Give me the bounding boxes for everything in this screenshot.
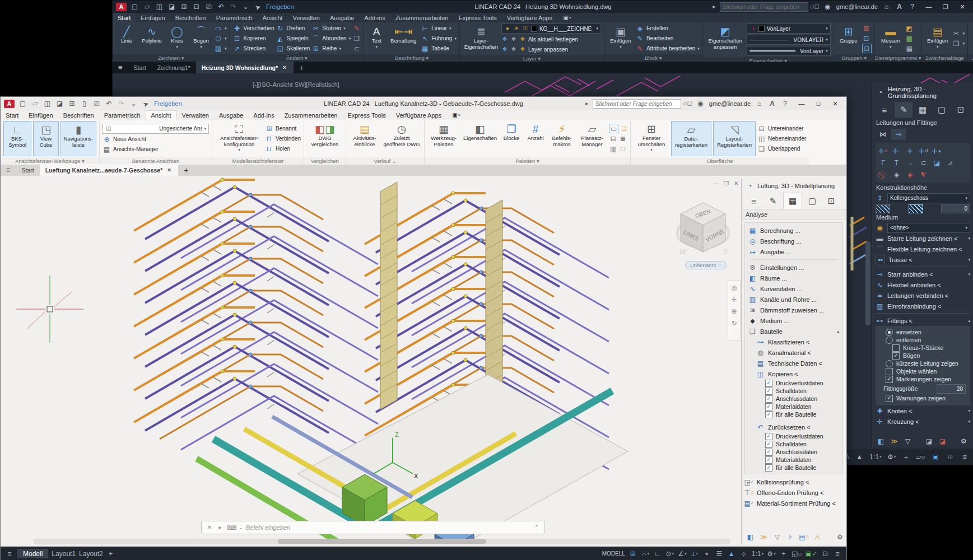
item-raeume[interactable]: ◧Räume ... <box>745 273 842 283</box>
array-tool[interactable]: ⊞Reihe▾ <box>311 44 351 53</box>
bg-tab-apps[interactable]: Verfügbare Apps <box>502 13 557 22</box>
bg-group-label-layer[interactable]: Layer ▾ <box>460 55 604 62</box>
pipe-junction-icon[interactable]: ⊦ <box>786 533 795 541</box>
recent-dwg-button[interactable]: ◷Zuletzt geöffnete DWG <box>382 121 421 156</box>
fitting-swap-icon[interactable]: ✛↺ <box>919 147 928 155</box>
osnap-toggle-icon[interactable]: ⟂▾ <box>690 549 699 558</box>
cb-schall-2[interactable]: ✓Schalldaten <box>745 440 842 448</box>
medium-combo[interactable]: <ohne>▾ <box>887 223 970 233</box>
search-expand-icon[interactable]: ▸ <box>711 3 718 10</box>
bg-user-email[interactable]: gme@linear.de <box>836 3 878 10</box>
line-tool[interactable]: ╱Linie <box>115 24 138 53</box>
panel-toggle-icon[interactable]: ◧ <box>746 533 755 541</box>
item-klassifizieren[interactable]: ⊶Klassifizieren < <box>745 337 842 347</box>
polyline-tool[interactable]: ∿Polylinie <box>139 24 164 53</box>
quick-select-icon[interactable]: ◩ <box>905 24 914 33</box>
fg-close-button[interactable]: ✕ <box>827 99 843 109</box>
fg-tab-verwalten[interactable]: Verwalten <box>177 110 214 120</box>
hatch-lower-icon[interactable] <box>876 204 890 213</box>
ref-manager-icon[interactable]: ⊟▦ <box>609 134 627 143</box>
close-tab-icon[interactable]: ✕ <box>281 64 288 71</box>
item-beschriftung[interactable]: ◎Beschriftung ... <box>745 236 842 246</box>
properties-palette-button[interactable]: ◧Eigenschaften <box>462 121 499 156</box>
base-view-button[interactable]: ▙Basis <box>971 24 973 53</box>
erase-tool-icon[interactable]: ✎ <box>352 24 361 33</box>
save-icon[interactable]: ◫ <box>155 3 164 11</box>
item-material-sortiment[interactable]: ▤✓Material-Sortiment Prüfung < <box>742 498 846 508</box>
palette-expand-icon[interactable]: ⊡ <box>952 102 970 118</box>
tile-vertical-button[interactable]: ◫Nebeneinander <box>757 134 806 143</box>
warning-icon[interactable]: ⚠ <box>813 533 822 541</box>
cb-markierungen[interactable]: ✓Markierungen zeigen <box>876 375 970 383</box>
radio-entfernen[interactable]: entfernen <box>876 336 970 344</box>
bg-hamburger-icon[interactable]: ≡ <box>113 62 128 73</box>
blocks-palette-button[interactable]: ❐Blöcke <box>500 121 523 156</box>
plot-icon[interactable]: ⊞ <box>180 3 188 11</box>
item-leitungen-verbinden[interactable]: ≖Leitungen verbinden < <box>872 290 973 301</box>
share-icon[interactable]: ➤ <box>253 1 263 12</box>
navbar-toggle[interactable]: ▮Navigations-leiste <box>60 121 96 156</box>
plot-icon[interactable]: ⊞ <box>68 100 76 108</box>
graphics-performance-icon[interactable]: ▣ <box>931 452 940 462</box>
share-label[interactable]: Freigeben <box>154 100 182 107</box>
clean-screen-icon[interactable]: ⊡ <box>946 452 955 462</box>
drawing-minimize-icon[interactable]: — <box>713 180 719 186</box>
corner-tool-icon[interactable]: Γ <box>879 158 887 167</box>
match-properties-button[interactable]: ◩Eigenschaften anpassen <box>706 24 745 56</box>
cb-anschluss-1[interactable]: ✓Anschlussdaten <box>745 395 842 403</box>
item-kanaele[interactable]: ▥Kanäle und Rohre ... <box>745 294 842 305</box>
fg-tab-parametrisch[interactable]: Parametrisch <box>99 110 146 120</box>
valve-diamond-down-icon[interactable]: ⧨ <box>919 170 928 179</box>
save-as-icon[interactable]: ◪ <box>167 3 176 11</box>
polar-toggle-icon[interactable]: ⊙▾ <box>665 549 674 558</box>
bg-group-label-zwischenablage[interactable]: Zwischenablage <box>922 54 968 62</box>
bg-tab-start[interactable]: Start <box>113 13 136 22</box>
customize-plus-icon[interactable]: ＋ <box>779 549 788 558</box>
item-kreuzung[interactable]: ✛Kreuzung <▾ <box>872 416 973 427</box>
hoehe-combo[interactable]: Kellergeschoss▾ <box>887 193 970 203</box>
fitting-cross-icon[interactable]: ✛ <box>906 147 914 155</box>
label-tool-icon[interactable]: ⟓ <box>906 158 914 167</box>
group-button[interactable]: ⊞Gruppe <box>837 24 860 53</box>
fg-tab-express[interactable]: Express Tools <box>342 110 390 120</box>
palette-menu-icon[interactable]: ≡ <box>876 102 893 118</box>
ellipse-tool-icon[interactable]: ⬡▾ <box>214 34 227 43</box>
status-hamburger-icon[interactable]: ≡ <box>5 549 14 558</box>
cart-icon[interactable]: ⌂ <box>755 100 763 108</box>
workspace-gear-icon[interactable]: ⚙▾ <box>887 452 896 462</box>
no-crossing-icon[interactable]: ⃠ <box>879 170 887 179</box>
undo-icon[interactable]: ↶ <box>105 100 113 108</box>
palette-draw-icon[interactable]: ✎ <box>764 193 782 209</box>
cb-kreuz-t[interactable]: Kreuz-T-Stücke <box>876 344 970 352</box>
ortho-toggle-icon[interactable]: ∟ <box>653 549 662 558</box>
layout2-tab[interactable]: Layout2 <box>79 549 103 558</box>
item-berechnung[interactable]: ▦Berechnung ... <box>745 225 842 236</box>
bg-restore-button[interactable]: ❐ <box>938 2 953 12</box>
heizung-palette-header[interactable]: ◔ Heizung, 3D - Grundrissplanung <box>872 83 973 102</box>
linetype-combo[interactable]: VONLAYER▾ <box>747 35 831 45</box>
save-icon[interactable]: ◫ <box>43 100 52 108</box>
bg-close-button[interactable]: ✕ <box>955 2 970 12</box>
command-line-icon[interactable]: ▭❏ <box>609 124 627 133</box>
fg-group-label-interface[interactable]: Oberfläche <box>631 157 809 165</box>
trim-tool[interactable]: ✂Stutzen▾ <box>311 24 351 33</box>
linear-status-icon[interactable]: ▣✓ <box>806 549 817 558</box>
bg-group-label-block[interactable]: Block ▾ <box>604 54 702 62</box>
item-flexible-leitung[interactable]: ⌒Flexible Leitung zeichnen < <box>872 244 973 254</box>
item-ausgabe[interactable]: ↦Ausgabe ... <box>745 246 842 257</box>
bg-tab-addins[interactable]: Add-ins <box>359 13 390 22</box>
viewport-config-button[interactable]: ⛶Ansichtsfenster-konfiguration▾ <box>215 121 263 156</box>
dimension-tool[interactable]: ⇤⇥Bemaßung <box>388 24 419 53</box>
stamp-tool-icon[interactable]: ◪ <box>933 158 941 167</box>
fg-maximize-button[interactable]: □ <box>811 99 826 109</box>
item-kanalmaterial[interactable]: ◍Kanalmaterial < <box>745 347 842 358</box>
lineweight-icon[interactable]: ☰ <box>715 549 724 558</box>
autoscale-icon[interactable]: ▲ <box>855 452 864 462</box>
bg-filetab-active[interactable]: Heizung 3D Wohnsiedlung*✕ <box>196 62 294 73</box>
lueftung-palette-header[interactable]: ◔ Lüftung, 3D - Modellplanung <box>742 179 846 193</box>
item-flexibel-anbinden[interactable]: ∿Flexibel anbinden < <box>872 279 973 290</box>
rectangle-tool-icon[interactable]: ▭▾ <box>214 24 227 33</box>
view-combo[interactable]: ◫Ungesicherte Ansicht▾ <box>103 124 209 134</box>
move-tool[interactable]: ✚Verschieben <box>233 24 274 33</box>
block-edit-button[interactable]: ✎Bearbeiten <box>636 34 700 43</box>
